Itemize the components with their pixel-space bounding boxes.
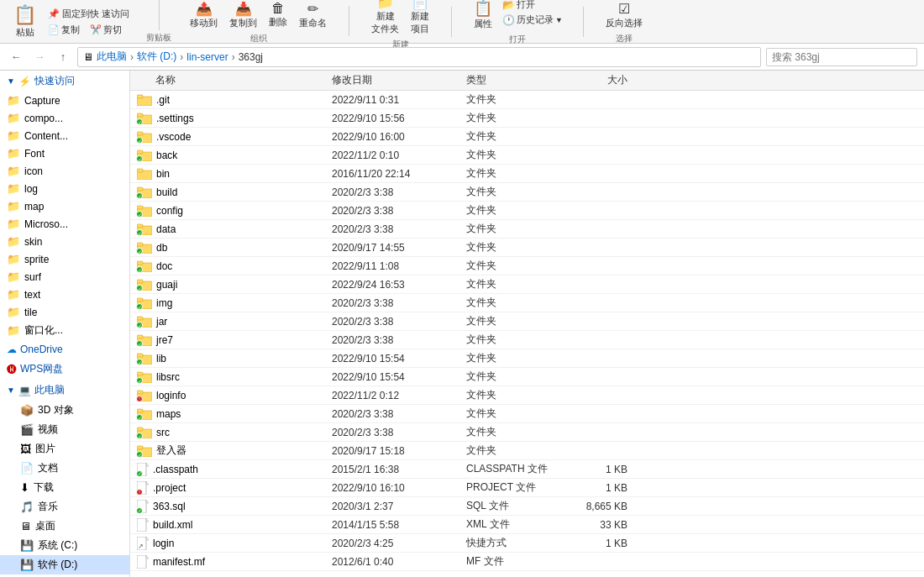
file-row[interactable]: manifest.mf 2012/6/1 0:40 MF 文件 [130, 553, 924, 571]
forward-button[interactable]: → [30, 48, 49, 66]
folder-icon-wrapper: ✓ [137, 241, 152, 254]
copy-to-button[interactable]: 📥 复制到 [224, 0, 262, 31]
sidebar-item-0[interactable]: 📁 Capture [0, 92, 129, 109]
reverse-select-button[interactable]: ☑ 反向选择 [601, 0, 648, 31]
back-button[interactable]: ← [7, 48, 25, 66]
drive-item-5[interactable]: 🎵 音乐 [0, 497, 129, 517]
sidebar-item-7[interactable]: 📁 Microso... [0, 215, 129, 233]
file-row[interactable]: .git 2022/9/11 0:31 文件夹 [130, 91, 924, 109]
file-row[interactable]: ✓ .vscode 2022/9/10 16:00 文件夹 [130, 128, 924, 146]
rename-button[interactable]: ✏ 重命名 [294, 0, 332, 31]
move-to-button[interactable]: 📤 移动到 [185, 0, 223, 31]
file-row[interactable]: ✓ jre7 2020/2/3 3:38 文件夹 [130, 331, 924, 349]
quick-access-header[interactable]: ▼ ⚡ 快速访问 [0, 71, 129, 92]
file-row[interactable]: bin 2016/11/20 22:14 文件夹 [130, 165, 924, 183]
drive-item-0[interactable]: 📦 3D 对象 [0, 401, 129, 420]
sidebar-item-11[interactable]: 📁 text [0, 286, 129, 303]
drive-item-6[interactable]: 🖥 桌面 [0, 517, 129, 536]
svg-rect-7 [137, 150, 143, 154]
file-row[interactable]: ✓ guaji 2022/9/24 16:53 文件夹 [130, 275, 924, 294]
file-row[interactable]: ↗ login 2020/2/3 4:25 快捷方式 1 KB [130, 534, 924, 553]
breadcrumb-item-pc[interactable]: 此电脑 [97, 50, 127, 64]
svg-rect-11 [137, 187, 143, 191]
clipboard-label: 剪贴板 [146, 32, 171, 44]
up-button[interactable]: ↑ [54, 48, 72, 66]
breadcrumb-item-drive[interactable]: 软件 (D:) [137, 50, 176, 64]
col-date-header[interactable]: 修改日期 [332, 73, 466, 87]
file-row[interactable]: ✓ .classpath 2015/2/1 16:38 CLASSPATH 文件… [130, 460, 924, 479]
drive-label: 视频 [38, 422, 58, 437]
drive-item-7[interactable]: 💾 系统 (C:) [0, 536, 129, 555]
file-row[interactable]: ✓ config 2020/2/3 3:38 文件夹 [130, 202, 924, 220]
sidebar-item-4[interactable]: 📁 icon [0, 162, 129, 180]
wps-header[interactable]: 🅦 WPS网盘 [0, 359, 129, 380]
drive-item-4[interactable]: ⬇ 下载 [0, 478, 129, 497]
sidebar-item-3[interactable]: 📁 Font [0, 144, 129, 162]
reverse-select-icon: ☑ [618, 1, 630, 17]
file-row[interactable]: ✓ .settings 2022/9/10 15:56 文件夹 [130, 109, 924, 128]
file-cell-name: ✓ doc [130, 260, 332, 272]
file-row[interactable]: ✓ build 2020/2/3 3:38 文件夹 [130, 183, 924, 202]
file-row[interactable]: ✓ 登入器 2020/9/17 15:18 文件夹 [130, 442, 924, 460]
col-name-header[interactable]: 名称 [130, 73, 332, 87]
drive-item-1[interactable]: 🎬 视频 [0, 420, 129, 439]
sidebar-item-10[interactable]: 📁 surf [0, 268, 129, 286]
file-row[interactable]: build.xml 2014/1/15 5:58 XML 文件 33 KB [130, 516, 924, 534]
sidebar-item-13[interactable]: 📁 窗口化... [0, 321, 129, 340]
delete-button[interactable]: 🗑 删除 [264, 0, 292, 31]
file-cell-date: 2022/9/11 1:08 [332, 260, 466, 272]
file-row[interactable]: ✓ doc 2022/9/11 1:08 文件夹 [130, 257, 924, 275]
file-cell-name: ✓ .settings [130, 112, 332, 124]
file-cell-name: ✓ config [130, 204, 332, 217]
drive-item-8[interactable]: 💾 软件 (D:) [0, 555, 129, 574]
file-cell-type: 文件夹 [466, 314, 567, 328]
file-row[interactable]: ! .project 2022/9/10 16:10 PROJECT 文件 1 … [130, 479, 924, 497]
drive-item-2[interactable]: 🖼 图片 [0, 439, 129, 459]
properties-button[interactable]: 📋 属性 [469, 0, 497, 32]
drive-item-3[interactable]: 📄 文档 [0, 459, 129, 478]
file-name: libsrc [156, 371, 180, 383]
file-row[interactable]: ✓ db 2020/9/17 14:55 文件夹 [130, 239, 924, 257]
col-type-header[interactable]: 类型 [466, 73, 567, 87]
cut-button[interactable]: ✂️ 剪切 [87, 23, 125, 37]
file-cell-date: 2020/2/3 3:38 [332, 408, 466, 420]
new-item-button[interactable]: 📄 新建 项目 [406, 0, 434, 37]
shortcut-icon: ↗ [137, 537, 149, 550]
sidebar-item-label: log [24, 183, 38, 195]
file-row[interactable]: ✓ lib 2022/9/10 15:54 文件夹 [130, 349, 924, 368]
sidebar-item-2[interactable]: 📁 Content... [0, 127, 129, 144]
sidebar-folder-icon: 📁 [7, 165, 20, 177]
file-row[interactable]: ✓ jar 2020/2/3 3:38 文件夹 [130, 312, 924, 331]
file-row[interactable]: ✓ img 2020/2/3 3:38 文件夹 [130, 294, 924, 312]
col-size-header[interactable]: 大小 [567, 73, 634, 87]
svg-rect-39 [137, 446, 143, 449]
sidebar-item-1[interactable]: 📁 compo... [0, 109, 129, 127]
file-cell-type: 文件夹 [466, 277, 567, 291]
sidebar-item-9[interactable]: 📁 sprite [0, 250, 129, 268]
onedrive-header[interactable]: ☁ OneDrive [0, 340, 129, 359]
file-row[interactable]: ✓ maps 2020/2/3 3:38 文件夹 [130, 405, 924, 423]
open-button[interactable]: 📂 打开 [499, 0, 566, 12]
file-row[interactable]: ✓ 363.sql 2020/3/1 2:37 SQL 文件 8,665 KB [130, 497, 924, 516]
file-row[interactable]: ✓ data 2020/2/3 3:38 文件夹 [130, 220, 924, 239]
breadcrumb-bar[interactable]: 🖥 此电脑 › 软件 (D:) › lin-server › 363gj [77, 47, 761, 67]
folder-icon-wrapper: ✓ [137, 370, 152, 383]
new-folder-button[interactable]: 📁 新建 文件夹 [366, 0, 404, 37]
file-row[interactable]: ✓ libsrc 2022/9/10 15:54 文件夹 [130, 368, 924, 386]
pin-button[interactable]: 📌 固定到快 速访问 [45, 7, 133, 21]
search-input[interactable] [766, 48, 917, 66]
history-button[interactable]: 🕐 历史记录 ▼ [499, 13, 566, 27]
file-row[interactable]: ✓ back 2022/11/2 0:10 文件夹 [130, 146, 924, 165]
sidebar-item-12[interactable]: 📁 tile [0, 303, 129, 321]
this-pc-header[interactable]: ▼ 💻 此电脑 [0, 380, 129, 401]
breadcrumb-item-server[interactable]: lin-server [186, 51, 228, 63]
sidebar-item-label: sprite [24, 254, 49, 265]
file-row[interactable]: ✓ src 2020/2/3 3:38 文件夹 [130, 423, 924, 442]
copy-button[interactable]: 📄 复制 [45, 23, 83, 37]
sidebar-item-8[interactable]: 📁 skin [0, 233, 129, 250]
paste-button[interactable]: 📋 粘贴 [7, 3, 43, 40]
file-row[interactable]: ! loginfo 2022/11/2 0:12 文件夹 [130, 386, 924, 405]
sidebar-item-5[interactable]: 📁 log [0, 180, 129, 197]
file-cell-date: 2020/2/3 3:38 [332, 223, 466, 235]
sidebar-item-6[interactable]: 📁 map [0, 197, 129, 215]
